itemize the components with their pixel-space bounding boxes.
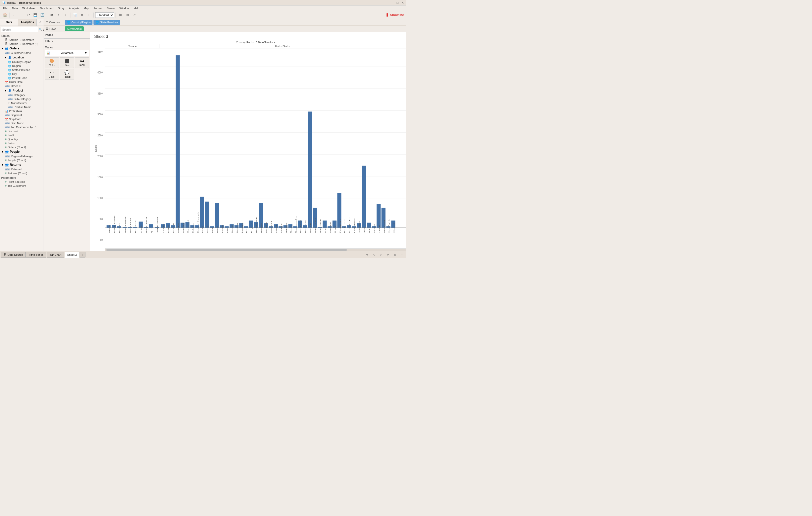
search-input[interactable] <box>1 27 38 32</box>
datasource-2[interactable]: 🗄 Sample - Superstore (2) <box>0 42 44 46</box>
menu-file[interactable]: File <box>1 6 9 10</box>
product-group[interactable]: ▼ 👤 Product <box>0 88 44 93</box>
maximize-button[interactable]: □ <box>396 1 399 4</box>
device-button[interactable]: 🖥 <box>124 12 130 18</box>
title-bar-controls[interactable]: ─ □ ✕ <box>391 1 404 4</box>
menu-map[interactable]: Map <box>82 6 91 10</box>
menu-format[interactable]: Format <box>91 6 104 10</box>
label-button[interactable]: 🏷 Label <box>75 57 89 68</box>
tab-data[interactable]: Data <box>0 19 18 26</box>
state-province-field[interactable]: 🌐 State/Province <box>0 68 44 72</box>
tab-datasource[interactable]: 🗄 Data Source <box>1 252 26 258</box>
minimize-button[interactable]: ─ <box>391 1 394 4</box>
location-group[interactable]: ▼ 👤 Location <box>0 55 44 60</box>
datasource-1[interactable]: 🗄 Sample - Superstore <box>0 38 44 42</box>
back-button[interactable]: ← <box>11 12 17 18</box>
tab-time-series[interactable]: Time Series <box>26 252 46 258</box>
sort-asc-button[interactable]: ↑ <box>56 12 62 18</box>
nav-last[interactable]: ⊳ <box>385 252 391 258</box>
top-customers-field[interactable]: Abc Top Customers by P... <box>0 125 44 129</box>
marks-type-select[interactable]: 📊 Automatic ▼ <box>45 50 89 56</box>
menu-worksheet[interactable]: Worksheet <box>20 6 37 10</box>
region-field[interactable]: 🌐 Region <box>0 64 44 68</box>
standard-select[interactable]: Standard <box>95 12 114 18</box>
people-group[interactable]: ▼ 👥 People <box>0 149 44 154</box>
scrollbar-thumb[interactable] <box>106 249 347 251</box>
forward-button[interactable]: → <box>18 12 24 18</box>
country-region-field[interactable]: 🌐 Country/Region <box>0 60 44 64</box>
tableau-home-button[interactable]: 🏠 <box>2 12 8 18</box>
menu-server[interactable]: Server <box>105 6 117 10</box>
size-button[interactable]: ⬛ Size <box>60 57 74 68</box>
tab-analytics[interactable]: Analytics <box>18 19 37 26</box>
postal-code-field[interactable]: 🌐 Postal Code <box>0 76 44 80</box>
bar-fl[interactable] <box>200 197 204 228</box>
menu-data[interactable]: Data <box>10 6 20 10</box>
city-field[interactable]: 🌐 City <box>0 72 44 76</box>
manufacturer-field[interactable]: ✏ Manufacturer <box>0 101 44 105</box>
bar-chart-button[interactable]: 📊 <box>72 12 78 18</box>
add-sheet-button[interactable]: + <box>80 252 85 258</box>
returns-group[interactable]: ▼ 👥 Returns <box>0 162 44 167</box>
order-date-field[interactable]: 📅 Order Date <box>0 80 44 84</box>
menu-window[interactable]: Window <box>118 6 131 10</box>
bar-ia[interactable] <box>225 226 229 228</box>
collapse-panel-button[interactable]: ◁ <box>37 20 43 24</box>
swap-button[interactable]: ⇄ <box>49 12 55 18</box>
new-datasource-button[interactable]: 🔄 <box>39 12 46 18</box>
show-me-button[interactable]: ⬆ Show Me <box>385 12 404 18</box>
detail-button[interactable]: ⋯ Detail <box>45 69 59 80</box>
view-button[interactable]: ⊞ <box>117 12 123 18</box>
people-count-field[interactable]: # People (Count) <box>0 158 44 162</box>
nav-first[interactable]: ⊲ <box>364 252 370 258</box>
color-button[interactable]: 🎨 Color <box>45 57 59 68</box>
country-region-pill[interactable]: 🌐 Country/Region <box>65 20 92 25</box>
category-field[interactable]: Abc Category <box>0 93 44 97</box>
bar-oh[interactable] <box>323 221 327 228</box>
returned-field[interactable]: Abc Returned <box>0 167 44 171</box>
show-headers-button[interactable]: ≡ <box>79 12 85 18</box>
bar-ny[interactable] <box>308 112 312 228</box>
tab-bar-chart[interactable]: Bar Chart <box>47 252 64 258</box>
orders-group[interactable]: ▼ 👥 Orders <box>0 46 44 51</box>
top-customers-param[interactable]: # Top Customers <box>0 184 44 188</box>
sub-category-field[interactable]: Abc Sub-Category <box>0 97 44 101</box>
horizontal-scrollbar[interactable] <box>105 249 406 251</box>
bar-ga[interactable] <box>205 202 209 228</box>
sales-field[interactable]: # Sales <box>0 141 44 145</box>
search-button[interactable]: 🔍 <box>38 28 42 31</box>
order-id-field[interactable]: Abc Order ID <box>0 84 44 88</box>
sum-sales-pill[interactable]: SUM(Sales) <box>65 26 84 31</box>
close-button[interactable]: ✕ <box>401 1 404 4</box>
bar-il[interactable] <box>215 203 219 228</box>
share-button[interactable]: ↗ <box>131 12 137 18</box>
state-province-pill[interactable]: 🌐 State/Province <box>93 20 120 25</box>
segment-field[interactable]: Abc Segment <box>0 113 44 117</box>
grid-view-button[interactable]: ⊞ <box>392 252 398 258</box>
returns-count-field[interactable]: # Returns (Count) <box>0 171 44 175</box>
fit-button[interactable]: ⊡ <box>86 12 92 18</box>
nav-next[interactable]: ▷ <box>378 252 384 258</box>
sort-desc-button[interactable]: ↓ <box>63 12 69 18</box>
ship-date-field[interactable]: 📅 Ship Date <box>0 117 44 121</box>
quantity-field[interactable]: # Quantity <box>0 137 44 141</box>
bar-va[interactable] <box>377 204 381 228</box>
sort-sheets-button[interactable]: ↕ <box>399 252 405 258</box>
bar-ut[interactable] <box>367 223 371 228</box>
profit-bin-field[interactable]: 📊 Profit (bin) <box>0 109 44 113</box>
bar-tx[interactable] <box>362 166 366 228</box>
save-button[interactable]: 💾 <box>32 12 38 18</box>
tab-sheet-3[interactable]: Sheet 3 <box>65 252 80 258</box>
menu-analysis[interactable]: Analysis <box>67 6 81 10</box>
discount-field[interactable]: # Discount <box>0 129 44 133</box>
product-name-field[interactable]: Abc Product Name <box>0 105 44 109</box>
nav-prev[interactable]: ◁ <box>371 252 377 258</box>
tooltip-button[interactable]: 💬 Tooltip <box>60 69 74 80</box>
undo-button[interactable]: ↩ <box>25 12 31 18</box>
menu-story[interactable]: Story <box>56 6 66 10</box>
profit-bin-size-param[interactable]: # Profit Bin Size <box>0 180 44 184</box>
customer-name-field[interactable]: Abc Customer Name <box>0 51 44 55</box>
ship-mode-field[interactable]: Abc Ship Mode <box>0 121 44 125</box>
menu-help[interactable]: Help <box>132 6 142 10</box>
regional-manager-field[interactable]: Abc Regional Manager <box>0 154 44 158</box>
